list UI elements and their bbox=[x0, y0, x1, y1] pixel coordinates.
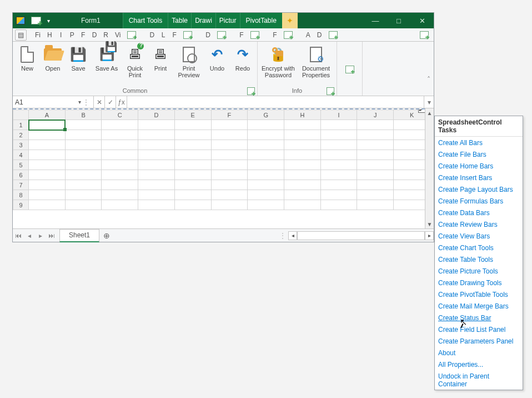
task-link[interactable]: Create Picture Tools bbox=[435, 265, 523, 277]
cell[interactable] bbox=[248, 200, 284, 210]
context-tab-chart-tools[interactable]: Chart Tools bbox=[123, 13, 168, 28]
cell[interactable] bbox=[284, 120, 321, 130]
add-page-icon[interactable] bbox=[417, 29, 431, 41]
cell[interactable] bbox=[29, 180, 66, 190]
cell[interactable] bbox=[65, 130, 102, 140]
cell[interactable] bbox=[394, 140, 425, 150]
cell[interactable] bbox=[102, 140, 138, 150]
cell[interactable] bbox=[211, 160, 248, 170]
task-link[interactable]: Create Status Bar bbox=[435, 312, 523, 324]
smart-tag-icon[interactable] bbox=[418, 108, 425, 113]
cell[interactable] bbox=[284, 130, 321, 140]
sheet-nav-prev[interactable]: ◂ bbox=[24, 232, 35, 240]
cell[interactable] bbox=[174, 160, 211, 170]
cell[interactable] bbox=[102, 130, 138, 140]
save-button[interactable]: 💾Save bbox=[66, 43, 91, 86]
cell[interactable] bbox=[211, 120, 248, 130]
cell[interactable] bbox=[320, 140, 357, 150]
task-link[interactable]: Create Review Bars bbox=[435, 218, 523, 230]
cell[interactable] bbox=[65, 120, 102, 130]
cell[interactable] bbox=[29, 130, 66, 140]
formula-cancel-button[interactable]: ✕ bbox=[94, 96, 105, 108]
cell[interactable] bbox=[320, 160, 357, 170]
col-header[interactable]: J bbox=[357, 110, 394, 120]
context-tab-table[interactable]: Table bbox=[168, 13, 191, 28]
doc-properties-button[interactable]: Document Properties bbox=[298, 43, 334, 86]
task-link[interactable]: Create Field List Panel bbox=[435, 324, 523, 335]
row-header[interactable]: 8 bbox=[13, 190, 29, 200]
row-header[interactable]: 3 bbox=[13, 140, 29, 150]
task-link[interactable]: Create Mail Merge Bars bbox=[435, 300, 523, 312]
cell[interactable] bbox=[211, 140, 248, 150]
draw-sub-f[interactable]: F bbox=[237, 29, 247, 41]
cell[interactable] bbox=[174, 140, 211, 150]
col-header[interactable]: I bbox=[320, 110, 357, 120]
col-header[interactable]: C bbox=[102, 110, 138, 120]
cell[interactable] bbox=[174, 170, 211, 180]
row-header[interactable]: 9 bbox=[13, 200, 29, 210]
cell[interactable] bbox=[102, 160, 138, 170]
new-button[interactable]: New bbox=[15, 43, 39, 86]
add-context-tab-icon[interactable]: ✦ bbox=[282, 13, 298, 28]
cell[interactable] bbox=[174, 190, 211, 200]
cell[interactable] bbox=[65, 160, 102, 170]
chart-sub-l[interactable]: L bbox=[158, 29, 168, 41]
horizontal-scrollbar[interactable]: ⋮ ◂ ▸ bbox=[277, 231, 434, 240]
row-header[interactable]: 5 bbox=[13, 160, 29, 170]
row-header[interactable]: 7 bbox=[13, 180, 29, 190]
cell[interactable] bbox=[29, 140, 66, 150]
task-link[interactable]: Create All Bars bbox=[435, 137, 523, 148]
print-button[interactable]: 🖶Print bbox=[148, 43, 173, 86]
formula-expand-icon[interactable]: ▾ bbox=[424, 96, 434, 108]
task-link[interactable]: Create Chart Tools bbox=[435, 242, 523, 253]
col-header[interactable]: H bbox=[284, 110, 321, 120]
col-header[interactable]: D bbox=[138, 110, 175, 120]
tab-file[interactable]: Fi bbox=[32, 29, 43, 41]
row-header[interactable]: 6 bbox=[13, 170, 29, 180]
cell[interactable] bbox=[357, 150, 394, 160]
info-launcher-icon[interactable] bbox=[327, 87, 334, 95]
hscroll-right-icon[interactable]: ▸ bbox=[425, 231, 434, 240]
add-pivot-sub-icon[interactable] bbox=[326, 29, 340, 41]
add-tab-icon[interactable] bbox=[124, 29, 139, 41]
qat-add-icon[interactable] bbox=[29, 15, 43, 26]
cell[interactable] bbox=[29, 160, 66, 170]
tab-review[interactable]: R bbox=[101, 29, 111, 41]
task-link[interactable]: About bbox=[435, 347, 523, 359]
task-link[interactable]: Create Parameters Panel bbox=[435, 335, 523, 347]
sheet-nav-first[interactable]: ⏮ bbox=[13, 232, 24, 240]
sheet-nav-last[interactable]: ⏭ bbox=[46, 232, 57, 240]
pic-sub-f[interactable]: F bbox=[270, 29, 280, 41]
cell[interactable] bbox=[284, 180, 321, 190]
col-header[interactable]: G bbox=[248, 110, 284, 120]
cell[interactable] bbox=[211, 130, 248, 140]
tab-data[interactable]: D bbox=[89, 29, 100, 41]
cell[interactable] bbox=[357, 120, 394, 130]
cell[interactable] bbox=[248, 140, 284, 150]
cell[interactable] bbox=[65, 200, 102, 210]
cell[interactable] bbox=[174, 130, 211, 140]
task-link[interactable]: Create Table Tools bbox=[435, 253, 523, 265]
cell[interactable] bbox=[29, 170, 66, 180]
cell[interactable] bbox=[65, 140, 102, 150]
chart-sub-f[interactable]: F bbox=[169, 29, 179, 41]
cell[interactable] bbox=[394, 190, 425, 200]
scroll-up-icon[interactable]: ▲ bbox=[425, 108, 434, 117]
tab-home[interactable]: H bbox=[44, 29, 55, 41]
cell[interactable] bbox=[284, 160, 321, 170]
task-link[interactable]: Create Page Layout Bars bbox=[435, 183, 523, 195]
cell[interactable] bbox=[138, 180, 175, 190]
common-launcher-icon[interactable] bbox=[247, 87, 255, 95]
cell[interactable] bbox=[320, 190, 357, 200]
cell[interactable] bbox=[29, 120, 66, 130]
save-as-button[interactable]: 💾💾Save As bbox=[92, 43, 122, 86]
add-draw-sub-icon[interactable] bbox=[248, 29, 262, 41]
close-button[interactable]: ✕ bbox=[410, 13, 434, 28]
cell[interactable] bbox=[211, 200, 248, 210]
cell[interactable] bbox=[284, 150, 321, 160]
cell[interactable] bbox=[320, 180, 357, 190]
cell[interactable] bbox=[138, 130, 175, 140]
cell[interactable] bbox=[320, 170, 357, 180]
cell[interactable] bbox=[394, 160, 425, 170]
cell[interactable] bbox=[211, 150, 248, 160]
